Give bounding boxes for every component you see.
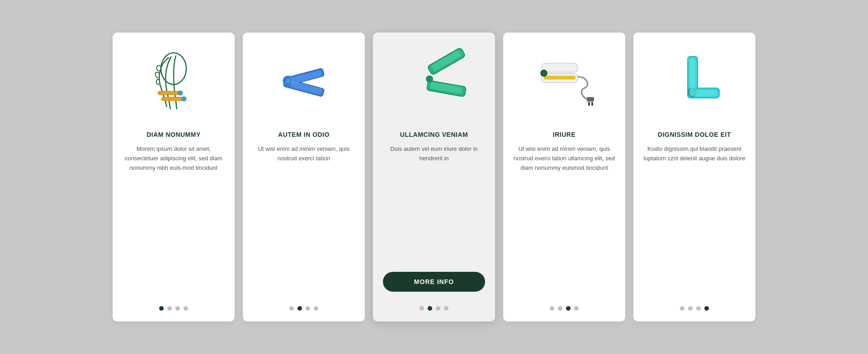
dot	[574, 306, 579, 311]
svg-rect-2	[161, 97, 184, 101]
dot	[688, 306, 693, 311]
card-2-icon	[272, 46, 335, 118]
dot	[704, 306, 709, 311]
dot	[314, 306, 318, 311]
card-1-body: Morem ipsum dolor sit amet, consectetuer…	[123, 144, 225, 292]
svg-rect-20	[587, 97, 594, 102]
card-2-title: AUTEM IN ODIO	[278, 131, 330, 138]
dot	[696, 306, 701, 311]
card-1-title: DIAM NONUMMY	[146, 131, 201, 138]
svg-point-13	[426, 75, 433, 83]
dot	[306, 306, 310, 311]
more-info-button[interactable]: MORE INFO	[383, 272, 485, 292]
svg-rect-18	[544, 76, 576, 79]
card-4-title: IRIURE	[553, 131, 576, 138]
cards-container: DIAM NONUMMY Morem ipsum dolor sit amet,…	[85, 14, 783, 340]
card-3-icon	[402, 46, 466, 118]
dot	[184, 306, 188, 311]
dot	[159, 306, 164, 311]
card-1-dots	[159, 302, 188, 311]
card-4-body: Ut wisi enim ad minim veniam, quis nostr…	[513, 144, 615, 292]
card-1-icon	[142, 46, 205, 118]
dot	[444, 306, 448, 311]
dot	[420, 306, 424, 311]
card-4-icon	[533, 46, 596, 118]
svg-point-8	[286, 79, 290, 83]
svg-rect-26	[690, 59, 695, 90]
svg-rect-21	[588, 102, 590, 106]
card-5-dots	[680, 302, 709, 311]
svg-rect-27	[690, 90, 717, 96]
svg-point-4	[182, 97, 186, 101]
card-3-body: Duis autem vel eum iriure dolor in hendr…	[383, 144, 485, 262]
dot	[289, 306, 294, 311]
card-2-body: Ut wisi enim ad minim veniam, quis nostr…	[253, 144, 355, 292]
dot	[558, 306, 562, 311]
card-3-title: ULLAMCING VENIAM	[400, 131, 468, 138]
card-3-dots	[420, 302, 448, 311]
svg-point-3	[178, 91, 183, 95]
dot	[550, 306, 554, 311]
card-2: AUTEM IN ODIO Ut wisi enim ad minim veni…	[243, 33, 365, 321]
card-4: IRIURE Ut wisi enim ad minim veniam, qui…	[503, 33, 625, 321]
svg-point-19	[541, 70, 547, 76]
card-1: DIAM NONUMMY Morem ipsum dolor sit amet,…	[113, 33, 235, 321]
card-2-dots	[289, 302, 318, 311]
card-4-dots	[550, 302, 579, 311]
card-5-icon	[663, 46, 726, 118]
svg-rect-22	[591, 102, 593, 106]
dot	[428, 306, 432, 311]
svg-rect-16	[542, 63, 578, 72]
dot	[297, 306, 302, 311]
dot	[436, 306, 440, 311]
card-5-body: Kodio dignissim qui blandit praesent lup…	[643, 144, 745, 292]
card-5-title: DIGNISSIM DOLOE EIT	[658, 131, 731, 138]
dot	[680, 306, 684, 311]
card-3: ULLAMCING VENIAM Duis autem vel eum iriu…	[373, 33, 495, 321]
dot	[175, 306, 180, 311]
dot	[167, 306, 172, 311]
card-5: DIGNISSIM DOLOE EIT Kodio dignissim qui …	[633, 33, 755, 321]
svg-rect-1	[158, 91, 180, 95]
dot	[566, 306, 571, 311]
